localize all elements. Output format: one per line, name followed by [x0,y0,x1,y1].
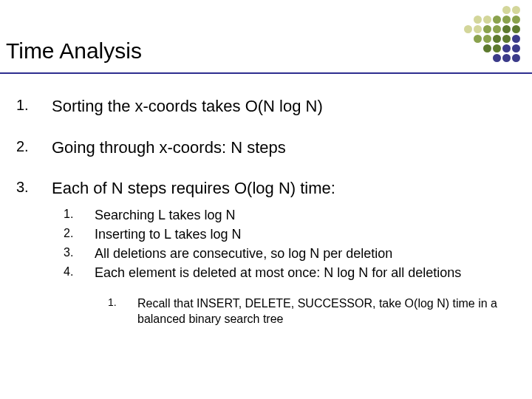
sub-sub-list: 1. Recall that INSERT, DELETE, SUCCESSOR… [108,296,516,327]
item-text: All deletions are consecutive, so log N … [95,245,516,262]
item-text: Going through x-coords: N steps [52,137,516,158]
list-item: 1. Recall that INSERT, DELETE, SUCCESSOR… [108,296,516,327]
item-text: Searching L takes log N [95,206,516,224]
item-text: Inserting to L takes log N [95,225,516,243]
slide: Time Analysis 1. Sorting the x-coords ta… [0,0,532,399]
item-text: Each element is deleted at most once: N … [95,264,516,282]
list-item: 1. Searching L takes log N [64,206,516,224]
item-number: 2. [16,137,52,158]
item-number: 4. [64,264,95,282]
item-number: 1. [64,206,95,224]
item-number: 2. [64,225,95,243]
slide-body: 1. Sorting the x-coords takes O(N log N)… [16,96,516,327]
list-item: 2. Going through x-coords: N steps [16,137,516,158]
list-item: 3. All deletions are consecutive, so log… [64,245,516,262]
item-number: 3. [16,178,52,199]
item-text: Each of N steps requires O(log N) time: [52,178,516,199]
item-text: Sorting the x-coords takes O(N log N) [52,96,516,117]
list-item: 3. Each of N steps requires O(log N) tim… [16,178,516,199]
sub-list: 1. Searching L takes log N 2. Inserting … [64,206,516,327]
item-number: 3. [64,245,95,262]
title-rule [0,72,532,74]
item-number: 1. [108,296,137,327]
slide-title: Time Analysis [6,38,142,64]
item-text: Recall that INSERT, DELETE, SUCCESSOR, t… [137,296,516,327]
list-item: 2. Inserting to L takes log N [64,225,516,243]
list-item: 1. Sorting the x-coords takes O(N log N) [16,96,516,117]
list-item: 4. Each element is deleted at most once:… [64,264,516,282]
item-number: 1. [16,96,52,117]
corner-decoration [449,6,520,71]
